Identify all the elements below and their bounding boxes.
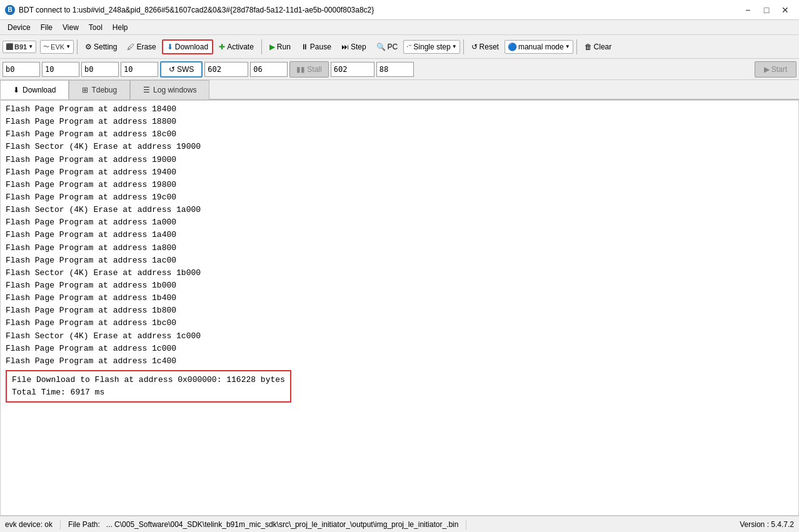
sep2 (261, 39, 262, 54)
status-filepath-label: File Path: ... C\005_Software\004_SDK\te… (61, 519, 466, 529)
manual-dropdown[interactable]: 🔵 manual mode ▼ (505, 40, 573, 54)
title-bar: B BDT connect to 1:usb#vid_248a&pid_8266… (0, 0, 799, 20)
start-icon: ▶ (764, 65, 770, 74)
evk-label: EVK (51, 43, 64, 51)
logwindows-tab-icon: ☰ (143, 86, 150, 94)
sep4 (576, 39, 577, 54)
tab-bar: ⬇ Download ⊞ Tdebug ☰ Log windows (0, 80, 799, 100)
reset-label: Reset (480, 43, 499, 51)
download-label: Download (175, 43, 208, 51)
logwindows-tab-label: Log windows (153, 86, 196, 94)
activate-label: Activate (227, 43, 254, 51)
input-field-1[interactable] (3, 62, 40, 77)
sws-label: SWS (177, 65, 194, 74)
step-label: Step (351, 43, 366, 51)
evk-chevron: ▼ (66, 44, 71, 49)
pause-label: Pause (310, 43, 331, 51)
activate-icon: ✚ (219, 43, 225, 51)
download-tab-icon: ⬇ (13, 86, 19, 94)
tab-fill (209, 80, 799, 99)
maximize-button[interactable]: □ (758, 4, 775, 16)
run-button[interactable]: ▶ Run (265, 40, 295, 54)
b91-label: B91 (14, 43, 27, 51)
status-version: Version : 5.4.7.2 (732, 519, 794, 529)
sep1 (77, 39, 78, 54)
sws-refresh-icon: ↺ (169, 65, 175, 74)
log-summary: File Download to Flash at address 0x0000… (6, 370, 291, 403)
menu-view[interactable]: View (58, 22, 84, 33)
step-icon: ⏭ (341, 43, 349, 51)
singlestep-chevron: ▼ (452, 44, 457, 49)
pause-icon: ⏸ (301, 43, 308, 51)
menu-bar: Device File View Tool Help (0, 20, 799, 35)
menu-device[interactable]: Device (3, 22, 36, 33)
manual-icon: 🔵 (508, 43, 517, 51)
tab-download[interactable]: ⬇ Download (0, 80, 69, 99)
singlestep-label: Single step (413, 43, 450, 51)
input-field-8[interactable] (376, 62, 414, 77)
toolbar2: ↺ SWS ▮▮ Stall ▶ Start (0, 59, 799, 80)
menu-help[interactable]: Help (108, 22, 133, 33)
clear-button[interactable]: 🗑 Clear (580, 40, 616, 54)
stall-button[interactable]: ▮▮ Stall (289, 61, 328, 78)
sws-button[interactable]: ↺ SWS (160, 61, 203, 78)
pc-icon: 🔍 (376, 43, 386, 51)
menu-tool[interactable]: Tool (84, 22, 108, 33)
start-button[interactable]: ▶ Start (755, 61, 796, 78)
pc-label: PC (388, 43, 398, 51)
input-field-5[interactable] (204, 62, 248, 77)
step-button[interactable]: ⏭ Step (337, 40, 371, 54)
erase-icon: 🖊 (127, 43, 134, 51)
activate-button[interactable]: ✚ Activate (214, 40, 258, 54)
download-icon: ⬇ (167, 43, 173, 51)
pause-button[interactable]: ⏸ Pause (296, 40, 336, 54)
setting-icon: ⚙ (85, 43, 92, 51)
start-label: Start (771, 65, 787, 74)
sep3 (463, 39, 464, 54)
minimize-button[interactable]: − (739, 4, 756, 16)
input-field-4[interactable] (121, 62, 158, 77)
tdebug-tab-label: Tdebug (91, 86, 117, 94)
toolbar: ⬛ B91 ▼ 〜 EVK ▼ ⚙ Setting 🖊 Erase ⬇ Down… (0, 35, 799, 59)
input-field-3[interactable] (81, 62, 119, 77)
setting-button[interactable]: ⚙ Setting (81, 40, 121, 54)
setting-label: Setting (94, 43, 117, 51)
b91-chevron: ▼ (28, 44, 33, 49)
status-filepath: ... C\005_Software\004_SDK\telink_b91m_m… (106, 520, 459, 529)
log-content: Flash Page Program at address 18400 Flas… (1, 101, 798, 405)
reset-button[interactable]: ↺ Reset (467, 40, 503, 54)
run-label: Run (277, 43, 291, 51)
singlestep-icon: ·⁻ (406, 43, 412, 51)
download-button[interactable]: ⬇ Download (162, 39, 213, 54)
tab-logwindows[interactable]: ☰ Log windows (130, 80, 209, 99)
input-field-2[interactable] (42, 62, 79, 77)
window-title: BDT connect to 1:usb#vid_248a&pid_8266#5… (19, 6, 739, 14)
stall-icon: ▮▮ (296, 65, 305, 74)
menu-file[interactable]: File (36, 22, 58, 33)
tdebug-tab-icon: ⊞ (82, 86, 88, 94)
app-icon: B (5, 5, 15, 15)
window-controls: − □ ✕ (739, 4, 794, 16)
clear-icon: 🗑 (585, 43, 592, 51)
input-field-7[interactable] (331, 62, 374, 77)
manual-chevron: ▼ (565, 44, 570, 49)
manual-label: manual mode (518, 43, 564, 51)
reset-icon: ↺ (471, 43, 478, 51)
status-device: evk device: ok (5, 519, 61, 529)
close-button[interactable]: ✕ (776, 4, 794, 16)
pc-button[interactable]: 🔍 PC (372, 40, 403, 54)
run-icon: ▶ (269, 43, 275, 51)
stall-label: Stall (307, 65, 321, 74)
status-bar: evk device: ok File Path: ... C\005_Soft… (0, 516, 799, 532)
evk-dropdown[interactable]: 〜 EVK ▼ (40, 40, 74, 54)
download-tab-label: Download (23, 86, 56, 94)
b91-dropdown[interactable]: ⬛ B91 ▼ (3, 41, 36, 53)
singlestep-dropdown[interactable]: ·⁻ Single step ▼ (403, 40, 460, 54)
erase-label: Erase (136, 43, 156, 51)
erase-button[interactable]: 🖊 Erase (123, 40, 160, 54)
clear-label: Clear (594, 43, 612, 51)
input-field-6[interactable] (250, 62, 288, 77)
log-area[interactable]: Flash Page Program at address 18400 Flas… (0, 100, 799, 516)
tab-tdebug[interactable]: ⊞ Tdebug (69, 80, 130, 99)
